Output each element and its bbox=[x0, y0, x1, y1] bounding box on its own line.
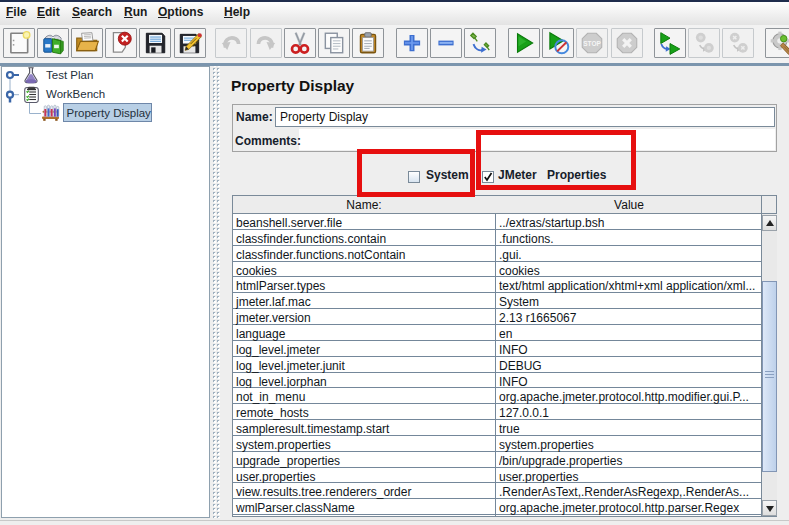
svg-text:STOP: STOP bbox=[584, 40, 602, 47]
